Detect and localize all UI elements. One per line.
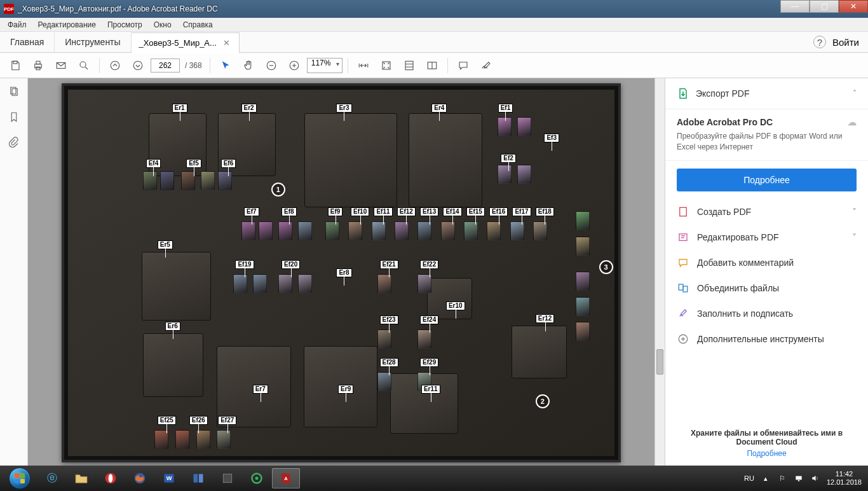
svg-rect-27 <box>223 474 231 482</box>
add-comment-item[interactable]: Добавить комментарий <box>665 250 868 275</box>
pdf-app-icon: PDF <box>4 4 14 14</box>
page-down-icon[interactable] <box>128 55 148 76</box>
ie-icon[interactable]: ⓔ <box>38 468 66 488</box>
fuse-label: Ef23 <box>380 315 398 324</box>
attachment-icon[interactable] <box>7 135 21 149</box>
page-view-icon[interactable] <box>399 55 419 76</box>
bookmark-icon[interactable] <box>7 110 21 124</box>
document-area[interactable]: Er1Er2Er3Er4Ef1Ef3Ef2Ef4Ef5Ef6Ef7Ef8Ef9E… <box>28 78 654 466</box>
start-button[interactable] <box>3 466 37 491</box>
svg-rect-16 <box>679 233 687 240</box>
fuse-block <box>218 171 232 190</box>
word-icon[interactable]: W <box>155 468 183 488</box>
svg-rect-33 <box>798 480 799 481</box>
menu-file[interactable]: Файл <box>3 19 32 31</box>
fuse-label: Ef1 <box>498 104 513 113</box>
close-button[interactable]: ✕ <box>839 0 868 13</box>
menu-view[interactable]: Просмотр <box>102 19 147 31</box>
toolbar: / 368 117% <box>0 53 868 78</box>
minimize-button[interactable]: — <box>780 0 810 13</box>
tab-close-icon[interactable]: ✕ <box>222 38 231 48</box>
maximize-button[interactable]: ▢ <box>810 0 839 13</box>
sign-icon[interactable] <box>476 55 496 76</box>
explorer-icon[interactable] <box>67 468 95 488</box>
help-icon[interactable]: ? <box>813 36 826 48</box>
mail-icon[interactable] <box>51 55 71 76</box>
fuse-label: Ef22 <box>420 260 438 269</box>
tray-chevron-icon[interactable]: ▴ <box>761 473 771 483</box>
fuse-label: Ef27 <box>218 416 236 425</box>
login-button[interactable]: Войти <box>832 37 859 48</box>
thumbnails-icon[interactable] <box>7 85 21 99</box>
read-mode-icon[interactable] <box>422 55 442 76</box>
selection-cursor-icon[interactable] <box>215 55 236 76</box>
fuse-label: Er6 <box>165 322 180 331</box>
svg-point-29 <box>255 477 259 480</box>
fuse-label: Ef15 <box>466 207 485 216</box>
flag-icon[interactable]: ⚐ <box>777 473 787 483</box>
scrollbar-thumb[interactable] <box>656 349 663 375</box>
tab-document[interactable]: _Ховер3-5_Мир_А... ✕ <box>132 32 240 53</box>
menu-help[interactable]: Справка <box>178 19 218 31</box>
combine-icon <box>677 282 689 294</box>
relay-block <box>142 252 211 321</box>
fit-page-icon[interactable] <box>376 55 397 76</box>
fuse-block <box>576 237 590 256</box>
more-button[interactable]: Подробнее <box>677 169 857 191</box>
fuse-block <box>175 430 189 449</box>
menu-window[interactable]: Окно <box>149 19 177 31</box>
export-pdf-label: Экспорт PDF <box>696 88 846 99</box>
more-tools-item[interactable]: Дополнительные инструменты <box>665 326 868 352</box>
lang-indicator[interactable]: RU <box>744 474 754 482</box>
volume-icon[interactable] <box>810 473 820 483</box>
firefox-icon[interactable] <box>126 468 154 488</box>
page-up-icon[interactable] <box>105 55 125 76</box>
fuse-block <box>298 221 312 240</box>
opera-icon[interactable] <box>97 468 125 488</box>
export-pdf-header[interactable]: Экспорт PDF ˄ <box>665 78 868 109</box>
acrobat-taskbar-icon[interactable]: A <box>272 468 300 488</box>
taskbar-app-icon[interactable] <box>214 468 241 488</box>
clock[interactable]: 11:42 12.01.2018 <box>827 470 862 487</box>
fuse-block <box>143 171 157 190</box>
fuse-block <box>241 221 255 240</box>
zoom-select[interactable]: 117% <box>307 58 343 73</box>
edit-pdf-label: Редактировать PDF <box>697 232 779 242</box>
totalcmd-icon[interactable] <box>184 468 212 488</box>
fuse-block <box>278 221 292 240</box>
zoom-out-icon[interactable] <box>261 55 281 76</box>
svg-rect-3 <box>36 67 40 70</box>
taskbar: ⓔ W A RU ▴ ⚐ 11:42 12.01.2018 <box>0 466 868 491</box>
tab-home[interactable]: Главная <box>0 32 55 52</box>
footer-link[interactable]: Подробнее <box>677 449 857 458</box>
network-icon[interactable] <box>794 473 804 483</box>
page-number-input[interactable] <box>151 59 180 73</box>
svg-text:A: A <box>284 476 288 481</box>
zoom-in-icon[interactable] <box>284 55 304 76</box>
svg-rect-1 <box>35 64 42 67</box>
edit-pdf-item[interactable]: Редактировать PDF ˅ <box>665 225 868 250</box>
fuse-label: Er11 <box>421 385 440 394</box>
save-icon[interactable] <box>5 55 25 76</box>
footer-text: Храните файлы и обменивайтесь ими в Docu… <box>677 429 857 446</box>
fill-sign-item[interactable]: Заполнить и подписать <box>665 301 868 326</box>
search-icon[interactable] <box>74 55 94 76</box>
fuse-block <box>498 165 512 184</box>
combine-files-item[interactable]: Объединить файлы <box>665 275 868 301</box>
comment-icon[interactable] <box>453 55 473 76</box>
fuse-label: Ef13 <box>420 207 438 216</box>
hand-tool-icon[interactable] <box>238 55 259 76</box>
fuse-label: Er1 <box>172 104 187 113</box>
fuse-label: Er4 <box>431 104 447 113</box>
menu-edit[interactable]: Редактирование <box>33 19 101 31</box>
fuse-label: Ef17 <box>512 207 531 216</box>
create-pdf-item[interactable]: Создать PDF ˅ <box>665 199 868 225</box>
green-circle-icon[interactable] <box>243 468 271 488</box>
fuse-block <box>160 171 174 190</box>
vertical-scrollbar[interactable] <box>654 78 665 466</box>
print-icon[interactable] <box>28 55 48 76</box>
fit-width-icon[interactable] <box>353 55 374 76</box>
fuse-label: Ef10 <box>351 207 369 216</box>
tab-tools[interactable]: Инструменты <box>55 32 131 52</box>
fuse-label: Ef8 <box>281 207 297 216</box>
